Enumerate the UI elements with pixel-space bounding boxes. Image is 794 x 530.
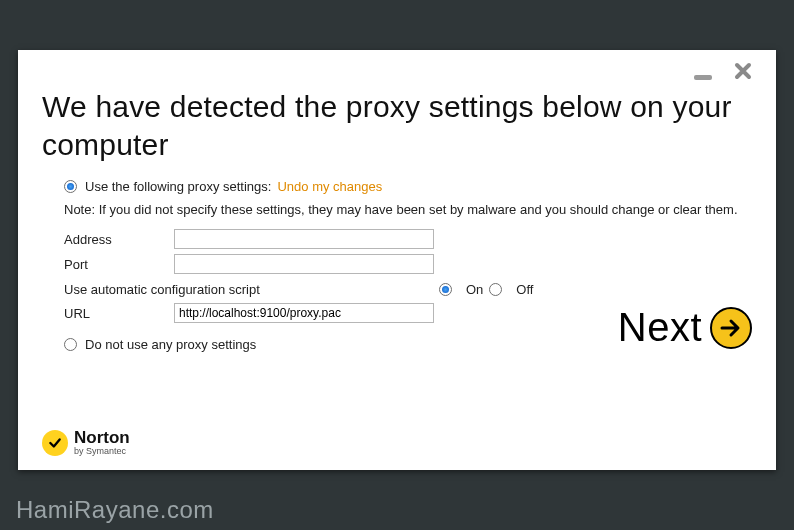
use-proxy-option[interactable]: Use the following proxy settings: Undo m… — [64, 179, 752, 194]
no-proxy-label: Do not use any proxy settings — [85, 337, 256, 352]
auto-script-label: Use automatic configuration script — [64, 282, 439, 297]
address-label: Address — [64, 232, 174, 247]
arrow-right-icon — [719, 316, 743, 340]
address-row: Address — [64, 229, 752, 249]
port-label: Port — [64, 257, 174, 272]
address-input[interactable] — [174, 229, 434, 249]
window-controls — [42, 60, 752, 86]
use-proxy-label: Use the following proxy settings: — [85, 179, 271, 194]
auto-on-radio[interactable] — [439, 283, 452, 296]
brand-logo: Norton by Symantec — [42, 429, 130, 456]
brand-name: Norton — [74, 429, 130, 446]
watermark-text: HamiRayane.com — [16, 496, 214, 524]
next-button-label: Next — [618, 305, 702, 350]
minimize-icon — [694, 75, 712, 80]
url-input[interactable] — [174, 303, 434, 323]
use-proxy-radio[interactable] — [64, 180, 77, 193]
url-label: URL — [64, 306, 174, 321]
undo-changes-link[interactable]: Undo my changes — [277, 179, 382, 194]
close-icon — [734, 62, 752, 80]
auto-off-radio[interactable] — [489, 283, 502, 296]
no-proxy-radio[interactable] — [64, 338, 77, 351]
next-arrow-circle — [710, 307, 752, 349]
minimize-button[interactable] — [694, 62, 712, 84]
port-input[interactable] — [174, 254, 434, 274]
auto-on-label: On — [466, 282, 483, 297]
checkmark-icon — [48, 436, 62, 450]
malware-note: Note: If you did not specify these setti… — [64, 202, 752, 217]
close-button[interactable] — [734, 62, 752, 84]
next-button[interactable]: Next — [618, 305, 752, 350]
brand-badge — [42, 430, 68, 456]
port-row: Port — [64, 254, 752, 274]
page-title: We have detected the proxy settings belo… — [42, 88, 752, 163]
auto-script-row: Use automatic configuration script On Of… — [64, 282, 752, 297]
auto-off-label: Off — [516, 282, 533, 297]
dialog-panel: We have detected the proxy settings belo… — [18, 50, 776, 470]
brand-subtitle: by Symantec — [74, 447, 130, 456]
